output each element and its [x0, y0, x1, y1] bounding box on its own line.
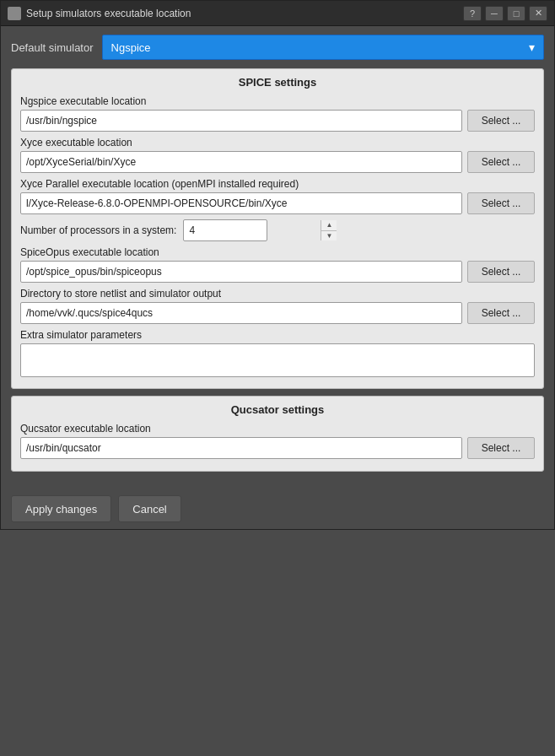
help-button[interactable]: ? [463, 6, 482, 21]
titlebar-buttons: ? ─ □ ✕ [463, 6, 547, 21]
qucsator-row: Select ... [20, 437, 535, 459]
xyce-row: Select ... [20, 151, 535, 173]
spice-settings-section: SPICE settings Ngspice executable locati… [11, 68, 544, 389]
bottom-buttons: Apply changes Cancel [1, 489, 554, 529]
qucsator-input[interactable] [20, 437, 462, 459]
ngspice-label: Ngspice executable location [20, 95, 535, 107]
default-simulator-label: Default simulator [11, 41, 94, 54]
app-icon [8, 7, 21, 20]
titlebar: Setup simulators executable location ? ─… [1, 1, 554, 26]
ngspice-row: Select ... [20, 110, 535, 132]
xyce-label: Xyce executable location [20, 137, 535, 148]
xyce-parallel-select-button[interactable]: Select ... [467, 192, 535, 214]
xyce-parallel-input[interactable] [20, 192, 462, 214]
spinbox-up-button[interactable]: ▲ [321, 220, 337, 231]
spiceopus-select-button[interactable]: Select ... [467, 261, 535, 283]
processors-row: Number of processors in a system: ▲ ▼ [20, 219, 535, 241]
spiceopus-input[interactable] [20, 261, 462, 283]
xyce-parallel-row: Select ... [20, 192, 535, 214]
netlist-dir-input[interactable] [20, 302, 462, 324]
xyce-input[interactable] [20, 151, 462, 173]
netlist-dir-label: Directory to store netlist and simulator… [20, 288, 535, 300]
processors-input[interactable] [184, 223, 321, 238]
xyce-parallel-label: Xyce Parallel executable location (openM… [20, 178, 535, 190]
default-simulator-row: Default simulator Ngspice ▾ [11, 35, 544, 60]
main-window: Setup simulators executable location ? ─… [0, 0, 555, 530]
spiceopus-label: SpiceOpus executable location [20, 246, 535, 258]
ngspice-select-button[interactable]: Select ... [467, 110, 535, 132]
spiceopus-row: Select ... [20, 261, 535, 283]
processors-spinbox[interactable]: ▲ ▼ [183, 219, 267, 241]
xyce-select-button[interactable]: Select ... [467, 151, 535, 173]
default-simulator-dropdown[interactable]: Ngspice ▾ [102, 35, 544, 60]
dropdown-arrow-icon: ▾ [529, 40, 535, 54]
processors-label: Number of processors in a system: [20, 224, 176, 236]
spinbox-down-button[interactable]: ▼ [321, 231, 337, 241]
window-title: Setup simulators executable location [26, 8, 463, 19]
default-simulator-value: Ngspice [111, 41, 151, 54]
extra-params-input[interactable] [20, 343, 535, 377]
spice-section-title: SPICE settings [20, 76, 535, 89]
qucsator-settings-section: Qucsator settings Qucsator executable lo… [11, 396, 544, 472]
minimize-button[interactable]: ─ [485, 6, 504, 21]
close-button[interactable]: ✕ [529, 6, 547, 21]
extra-params-label: Extra simulator parameters [20, 329, 535, 341]
apply-changes-button[interactable]: Apply changes [11, 495, 111, 522]
netlist-dir-row: Select ... [20, 302, 535, 324]
qucsator-label: Qucsator executable location [20, 423, 535, 435]
qucsator-select-button[interactable]: Select ... [467, 437, 535, 459]
main-content: Default simulator Ngspice ▾ SPICE settin… [1, 26, 554, 489]
cancel-button[interactable]: Cancel [118, 495, 181, 522]
ngspice-input[interactable] [20, 110, 462, 132]
qucsator-section-title: Qucsator settings [20, 403, 535, 416]
spinbox-arrows: ▲ ▼ [321, 220, 337, 240]
netlist-dir-select-button[interactable]: Select ... [467, 302, 535, 324]
maximize-button[interactable]: □ [507, 6, 525, 21]
